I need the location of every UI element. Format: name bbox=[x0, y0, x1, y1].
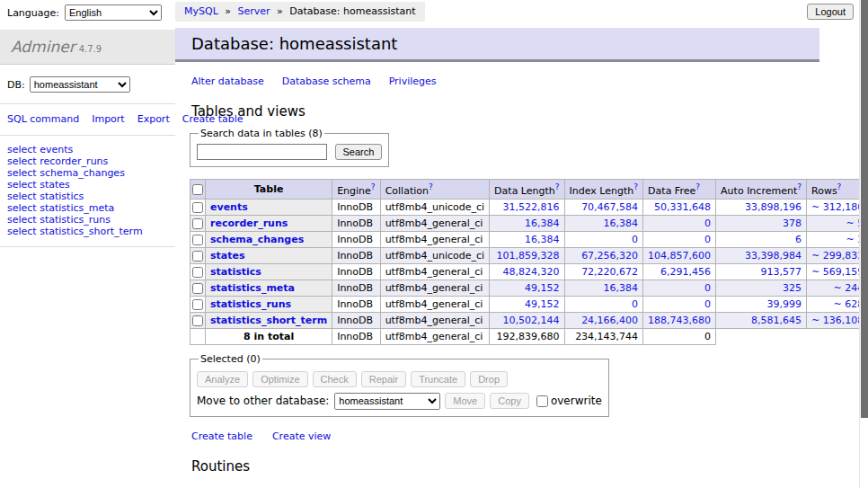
cell-data-length: 31,522,816 bbox=[490, 199, 564, 215]
breadcrumb-mysql-link[interactable]: MySQL bbox=[184, 5, 218, 17]
sidebar-select-table-link[interactable]: select events bbox=[7, 144, 168, 155]
breadcrumb-server-link[interactable]: Server bbox=[238, 5, 270, 17]
row-checkbox[interactable] bbox=[192, 299, 203, 310]
create-link[interactable]: Create view bbox=[272, 430, 331, 442]
cell-engine: InnoDB bbox=[332, 199, 380, 215]
move-database-label: Move to other database: bbox=[197, 395, 329, 407]
table-row: statesInnoDButf8mb4_unicode_ci101,859,32… bbox=[190, 247, 868, 263]
truncate-button[interactable]: Truncate bbox=[411, 371, 465, 387]
row-checkbox[interactable] bbox=[192, 235, 203, 245]
create-link[interactable]: Create table bbox=[191, 430, 252, 442]
repair-button[interactable]: Repair bbox=[361, 371, 406, 387]
cell-engine: InnoDB bbox=[332, 215, 380, 231]
cell-index-length: 70,467,584 bbox=[564, 199, 643, 215]
footer-total-label: 8 in total bbox=[206, 328, 332, 344]
row-checkbox[interactable] bbox=[192, 251, 203, 262]
cell-data-length: 101,859,328 bbox=[490, 247, 564, 263]
sidebar-select-table-link[interactable]: select statistics_runs bbox=[7, 214, 168, 226]
sidebar-select-table-link[interactable]: select statistics bbox=[7, 191, 168, 202]
cell-data-length: 10,502,144 bbox=[490, 312, 564, 328]
sidebar-action-link[interactable]: Export bbox=[137, 113, 170, 125]
breadcrumb-current: Database: homeassistant bbox=[289, 5, 415, 17]
row-checkbox-cell bbox=[190, 279, 206, 296]
cell-data-free: 0 bbox=[643, 279, 716, 296]
move-database-select[interactable]: homeassistant bbox=[334, 393, 440, 410]
move-copy-row: Move to other database: homeassistant Mo… bbox=[197, 393, 602, 410]
footer-index-length: 234,143,744 bbox=[564, 328, 643, 344]
cell-auto-increment: 913,577 bbox=[716, 263, 807, 279]
adminer-logo-link[interactable]: Adminer bbox=[11, 38, 75, 56]
check-button[interactable]: Check bbox=[313, 371, 357, 387]
table-name-link[interactable]: states bbox=[210, 250, 245, 262]
help-link[interactable]: ? bbox=[633, 182, 638, 191]
vertical-scrollbar[interactable] bbox=[859, 0, 868, 488]
cell-collation: utf8mb4_general_ci bbox=[380, 231, 489, 247]
logout-button[interactable]: Logout bbox=[807, 4, 854, 20]
cell-auto-increment: 325 bbox=[716, 279, 807, 296]
table-name-cell: statistics_short_term bbox=[206, 312, 332, 328]
db-select[interactable]: homeassistant bbox=[30, 76, 130, 93]
sidebar-select-table-link[interactable]: select statistics_short_term bbox=[7, 226, 168, 237]
optimize-button[interactable]: Optimize bbox=[252, 371, 307, 387]
row-checkbox[interactable] bbox=[192, 315, 203, 326]
table-name-link[interactable]: statistics_short_term bbox=[210, 315, 327, 326]
sidebar-select-table-link[interactable]: select states bbox=[7, 179, 168, 191]
overwrite-checkbox[interactable] bbox=[536, 395, 548, 407]
help-link[interactable]: ? bbox=[429, 182, 433, 191]
breadcrumb-separator: » bbox=[225, 5, 231, 17]
row-checkbox[interactable] bbox=[192, 267, 203, 278]
table-name-link[interactable]: schema_changes bbox=[210, 234, 304, 245]
cell-data-free: 0 bbox=[643, 231, 716, 247]
sidebar-action-link[interactable]: SQL command bbox=[7, 113, 79, 125]
footer-data-length: 192,839,680 bbox=[490, 328, 564, 344]
cell-data-free: 0 bbox=[643, 215, 716, 231]
column-header-data-free: Data Free? bbox=[643, 180, 716, 200]
table-name-link[interactable]: statistics_meta bbox=[210, 282, 295, 294]
cell-index-length: 16,384 bbox=[564, 215, 643, 231]
sidebar-select-table-link[interactable]: select recorder_runs bbox=[7, 155, 168, 167]
cell-collation: utf8mb4_unicode_ci bbox=[380, 247, 489, 263]
database-action-link[interactable]: Privileges bbox=[389, 75, 437, 87]
sidebar-select-table-link[interactable]: select statistics_meta bbox=[7, 202, 168, 214]
overwrite-label: overwrite bbox=[551, 395, 602, 407]
table-name-cell: schema_changes bbox=[206, 231, 332, 247]
help-link[interactable]: ? bbox=[371, 182, 376, 191]
row-checkbox[interactable] bbox=[192, 218, 203, 229]
scrollbar-thumb[interactable] bbox=[861, 0, 868, 418]
table-name-link[interactable]: recorder_runs bbox=[210, 217, 288, 229]
selected-legend: Selected (0) bbox=[199, 353, 262, 365]
help-link[interactable]: ? bbox=[837, 182, 842, 191]
help-link[interactable]: ? bbox=[797, 182, 802, 191]
drop-button[interactable]: Drop bbox=[470, 371, 508, 387]
cell-data-length: 49,152 bbox=[490, 296, 564, 312]
analyze-button[interactable]: Analyze bbox=[197, 371, 248, 387]
database-action-links: Alter databaseDatabase schemaPrivileges bbox=[191, 75, 859, 87]
move-button[interactable]: Move bbox=[445, 393, 485, 409]
cell-data-length: 16,384 bbox=[490, 231, 564, 247]
select-all-checkbox[interactable] bbox=[192, 184, 203, 195]
sidebar-select-table-link[interactable]: select schema_changes bbox=[7, 167, 168, 179]
search-button[interactable]: Search bbox=[335, 144, 383, 160]
copy-button[interactable]: Copy bbox=[490, 393, 529, 409]
table-name-link[interactable]: statistics bbox=[210, 266, 261, 278]
header-checkbox-cell bbox=[190, 180, 206, 200]
table-name-cell: statistics bbox=[206, 263, 332, 279]
table-name-link[interactable]: statistics_runs bbox=[210, 298, 291, 310]
help-link[interactable]: ? bbox=[695, 182, 700, 191]
database-action-link[interactable]: Database schema bbox=[282, 75, 371, 87]
sidebar-action-link[interactable]: Import bbox=[92, 113, 125, 125]
cell-data-length: 49,152 bbox=[490, 279, 564, 296]
search-input[interactable] bbox=[197, 144, 327, 160]
database-action-link[interactable]: Alter database bbox=[191, 75, 264, 87]
row-checkbox[interactable] bbox=[192, 202, 203, 213]
sidebar: Adminer4.7.9 DB: homeassistant SQL comma… bbox=[0, 0, 175, 488]
row-checkbox-cell bbox=[190, 263, 206, 279]
db-label: DB: bbox=[7, 79, 25, 91]
table-name-cell: statistics_runs bbox=[206, 296, 332, 312]
row-checkbox[interactable] bbox=[192, 283, 203, 294]
cell-index-length: 67,256,320 bbox=[564, 247, 643, 263]
help-link[interactable]: ? bbox=[555, 182, 560, 191]
search-fieldset: Search data in tables (8) Search bbox=[190, 128, 389, 167]
table-name-link[interactable]: events bbox=[210, 201, 248, 213]
language-select[interactable]: English bbox=[65, 4, 162, 21]
